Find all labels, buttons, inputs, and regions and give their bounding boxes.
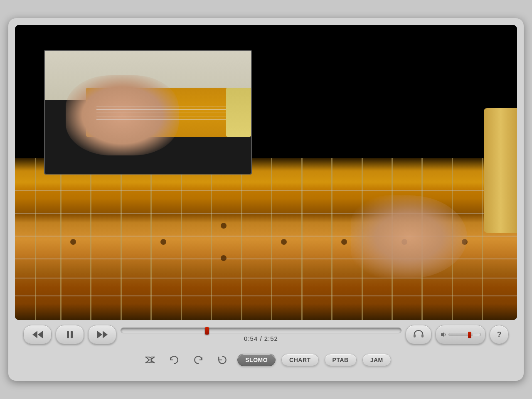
time-display: 0:54 / 2:52 bbox=[244, 335, 278, 342]
slomo-button[interactable]: SLOMO bbox=[237, 354, 276, 366]
jam-button[interactable]: JAM bbox=[362, 354, 391, 366]
headphones-icon bbox=[413, 329, 424, 340]
pip-video bbox=[44, 50, 252, 175]
svg-rect-1 bbox=[421, 334, 424, 337]
shuffle-button[interactable] bbox=[141, 351, 159, 369]
progress-fill bbox=[121, 328, 208, 333]
secondary-controls-row: SLOMO CHART PTAB JAM bbox=[23, 348, 509, 371]
guitar-headstock bbox=[484, 108, 517, 233]
video-player: 0:54 / 2:52 bbox=[8, 18, 524, 381]
progress-thumb[interactable] bbox=[205, 327, 209, 335]
volume-thumb[interactable] bbox=[468, 332, 471, 338]
progress-container: 0:54 / 2:52 bbox=[121, 328, 401, 342]
help-button[interactable]: ? bbox=[490, 325, 509, 344]
chart-button[interactable]: CHART bbox=[281, 354, 319, 366]
controls-bar: 0:54 / 2:52 bbox=[15, 320, 517, 374]
loop-back-button[interactable] bbox=[165, 351, 183, 369]
loop-forward-button[interactable] bbox=[189, 351, 207, 369]
headphones-button[interactable] bbox=[406, 325, 431, 344]
video-area bbox=[15, 25, 517, 320]
rotate-button[interactable] bbox=[213, 351, 232, 369]
pause-button[interactable] bbox=[56, 325, 84, 344]
main-video bbox=[15, 25, 517, 320]
rewind-button[interactable] bbox=[23, 325, 52, 344]
ptab-button[interactable]: PTAB bbox=[325, 354, 357, 366]
transport-row: 0:54 / 2:52 bbox=[23, 325, 509, 344]
question-mark-icon: ? bbox=[497, 330, 502, 339]
hand-fretting bbox=[351, 195, 467, 278]
forward-button[interactable] bbox=[88, 325, 116, 344]
volume-track[interactable] bbox=[448, 333, 481, 336]
svg-marker-2 bbox=[441, 332, 444, 337]
progress-track[interactable] bbox=[121, 328, 401, 333]
svg-rect-0 bbox=[414, 334, 416, 337]
volume-control[interactable] bbox=[436, 325, 485, 344]
